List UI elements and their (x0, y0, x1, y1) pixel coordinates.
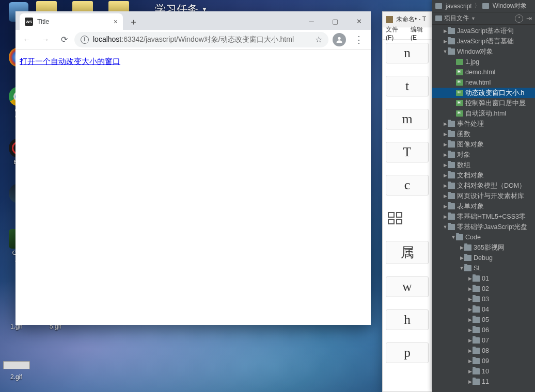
tree-item[interactable]: demo.html (432, 67, 535, 77)
chevron-right-icon[interactable]: ▶ (443, 183, 448, 188)
chevron-right-icon[interactable]: ▶ (467, 297, 473, 302)
tree-item[interactable]: ▶07 (432, 335, 535, 346)
forward-button[interactable]: → (37, 31, 54, 48)
chevron-right-icon[interactable]: ▶ (467, 307, 473, 312)
tree-item[interactable]: ▶04 (432, 304, 535, 315)
profile-avatar-icon[interactable] (333, 33, 346, 46)
chevron-right-icon[interactable]: ▶ (467, 358, 473, 364)
reload-button[interactable]: ⟳ (56, 31, 72, 48)
breadcrumb-item[interactable]: javascript (446, 3, 472, 10)
chevron-right-icon[interactable]: ▶ (443, 162, 448, 168)
chevron-right-icon[interactable]: ▶ (459, 255, 464, 260)
tree-item[interactable]: ▶图像对象 (432, 139, 535, 150)
tree-item[interactable]: ▶11 (432, 377, 535, 387)
tree-item[interactable]: ▼Code (432, 232, 535, 242)
cell[interactable]: w (386, 276, 429, 297)
tree-item[interactable]: 自动滚动.html (432, 108, 535, 119)
grid-icon[interactable] (388, 212, 402, 224)
tree-item[interactable]: ▶事件处理 (432, 119, 535, 129)
tree-item-label: 04 (482, 306, 489, 313)
chevron-right-icon[interactable]: ▶ (443, 142, 448, 147)
tree-item[interactable]: ▶JavaScript基本语句 (432, 26, 535, 36)
chrome-tab[interactable]: WS Title × (20, 13, 123, 30)
tab-close-icon[interactable]: × (114, 18, 118, 26)
tree-item[interactable]: ▶数组 (432, 160, 535, 170)
tree-item[interactable]: ▶03 (432, 294, 535, 304)
tree-item[interactable]: ▶01 (432, 273, 535, 284)
tree-item[interactable]: ▼零基础学JavaScript光盘 (432, 222, 535, 232)
tree-item[interactable]: ▶Debug (432, 253, 535, 263)
chevron-right-icon[interactable]: ▶ (443, 28, 448, 34)
chevron-right-icon[interactable]: ▶ (467, 369, 473, 374)
chevron-right-icon[interactable]: ▶ (459, 245, 464, 250)
cell[interactable]: c (386, 175, 429, 195)
close-button[interactable]: ✕ (347, 12, 371, 30)
tree-item[interactable]: ▼Window对象 (432, 46, 535, 57)
chevron-right-icon[interactable]: ▶ (467, 286, 473, 291)
address-bar[interactable]: i localhost:63342/javascript/Window对象/动态… (74, 32, 328, 47)
chevron-right-icon[interactable]: ▶ (443, 193, 448, 199)
tree-item[interactable]: ▼SL (432, 263, 535, 273)
menu-file[interactable]: 文件(F) (386, 25, 405, 41)
chevron-right-icon[interactable]: ▶ (467, 317, 473, 322)
back-button[interactable]: ← (19, 31, 35, 48)
tree-item[interactable]: 1.jpg (432, 57, 535, 67)
tree-item[interactable]: 动态改变窗口大小.h (432, 88, 535, 98)
chevron-right-icon[interactable]: ▶ (467, 348, 473, 353)
tree-item[interactable]: ▶JavaScript语言基础 (432, 36, 535, 46)
chevron-right-icon[interactable]: ▶ (443, 173, 448, 178)
tree-item[interactable]: 控制弹出窗口居中显 (432, 98, 535, 108)
tree-item[interactable]: ▶02 (432, 284, 535, 294)
tree-item[interactable]: ▶网页设计与开发素材库 (432, 191, 535, 201)
breadcrumb-item[interactable]: Window对象 (493, 2, 527, 10)
chevron-right-icon[interactable]: ▶ (443, 121, 448, 126)
chrome-menu-button[interactable]: ⋮ (350, 34, 368, 45)
gif-thumbnail[interactable] (3, 361, 30, 369)
chevron-down-icon[interactable]: ▼ (451, 235, 456, 240)
chevron-right-icon[interactable]: ▶ (443, 214, 448, 219)
chevron-right-icon[interactable]: ▶ (443, 204, 448, 209)
chevron-down-icon[interactable]: ▼ (443, 49, 448, 54)
site-info-icon[interactable]: i (81, 36, 89, 44)
tree-item[interactable]: new.html (432, 77, 535, 88)
cell[interactable]: p (386, 342, 429, 363)
chevron-right-icon[interactable]: ▶ (443, 152, 448, 157)
cell[interactable]: 属 (386, 241, 429, 264)
tree-item[interactable]: ▶表单对象 (432, 201, 535, 211)
cell[interactable]: m (386, 109, 429, 129)
chevron-right-icon[interactable]: ▶ (443, 132, 448, 137)
chevron-right-icon[interactable]: ▶ (467, 338, 473, 343)
chevron-right-icon[interactable]: ▶ (467, 276, 473, 281)
cell[interactable]: T (386, 142, 429, 162)
target-icon[interactable] (515, 14, 523, 23)
new-tab-button[interactable]: ＋ (126, 14, 140, 29)
collapse-icon[interactable]: ⇥ (526, 14, 532, 22)
chevron-right-icon[interactable]: ▶ (467, 379, 473, 384)
tree-item[interactable]: ▶文档对象模型（DOM） (432, 181, 535, 191)
ide-tree[interactable]: ▶JavaScript基本语句▶JavaScript语言基础▼Window对象1… (432, 25, 535, 392)
cell[interactable]: h (386, 309, 429, 330)
menu-edit[interactable]: 编辑(E (411, 25, 429, 41)
chevron-right-icon[interactable]: ▶ (443, 39, 448, 44)
tree-item[interactable]: ▶365影视网 (432, 242, 535, 253)
minimize-button[interactable]: ─ (300, 12, 323, 30)
tree-item[interactable]: ▶函数 (432, 129, 535, 139)
page-link[interactable]: 打开一个自动改变大小的窗口 (20, 57, 120, 66)
tree-item[interactable]: ▶文档对象 (432, 170, 535, 181)
project-selector[interactable]: 项目文件 (444, 14, 469, 23)
tree-item[interactable]: ▶05 (432, 315, 535, 325)
tree-item[interactable]: ▶06 (432, 325, 535, 335)
tree-item[interactable]: ▶零基础HTML5+CSS3零 (432, 211, 535, 222)
maximize-button[interactable]: ▢ (323, 12, 347, 30)
tree-item[interactable]: ▶08 (432, 346, 535, 356)
tree-item[interactable]: ▶10 (432, 366, 535, 377)
chevron-down-icon[interactable]: ▼ (459, 266, 464, 271)
tree-item[interactable]: ▶对象 (432, 150, 535, 160)
cell[interactable]: t (386, 76, 429, 96)
chevron-down-icon[interactable]: ▼ (443, 224, 448, 230)
chevron-right-icon[interactable]: ▶ (467, 328, 473, 333)
bookmark-star-icon[interactable]: ☆ (315, 35, 322, 44)
tree-item[interactable]: ▶09 (432, 356, 535, 366)
cell[interactable]: n (386, 43, 429, 63)
ide-breadcrumb[interactable]: javascript 〉 Window对象 (432, 0, 535, 12)
